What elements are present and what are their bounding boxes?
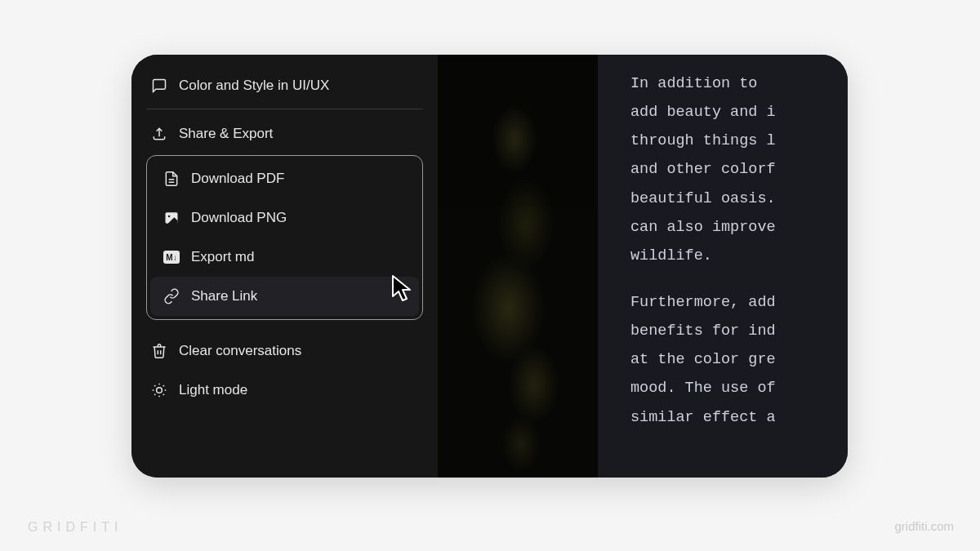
download-png-item[interactable]: Download PNG bbox=[150, 198, 419, 238]
svg-point-4 bbox=[168, 216, 171, 218]
share-export-label: Share & Export bbox=[179, 126, 273, 142]
svg-line-15 bbox=[163, 385, 164, 386]
brand-logo: GRIDFITI bbox=[28, 520, 122, 535]
markdown-icon: M↓ bbox=[163, 249, 180, 265]
svg-line-11 bbox=[163, 394, 164, 395]
file-icon bbox=[163, 171, 180, 187]
share-link-item[interactable]: Share Link bbox=[150, 277, 419, 316]
content-text: In addition to add beauty and i through … bbox=[630, 69, 848, 270]
share-export-header[interactable]: Share & Export bbox=[146, 109, 423, 155]
clear-conversations-label: Clear conversations bbox=[179, 343, 301, 359]
sun-icon bbox=[151, 382, 167, 398]
conversation-title: Color and Style in UI/UX bbox=[179, 78, 329, 94]
light-mode-item[interactable]: Light mode bbox=[146, 371, 423, 410]
export-md-item[interactable]: M↓ Export md bbox=[150, 238, 419, 277]
download-png-label: Download PNG bbox=[191, 210, 287, 226]
svg-line-10 bbox=[154, 385, 155, 386]
download-pdf-label: Download PDF bbox=[191, 171, 284, 187]
chat-icon bbox=[151, 78, 167, 94]
link-icon bbox=[163, 288, 180, 304]
clear-conversations-item[interactable]: Clear conversations bbox=[146, 331, 423, 371]
light-mode-label: Light mode bbox=[179, 382, 247, 398]
export-md-label: Export md bbox=[191, 249, 254, 265]
brand-url: gridfiti.com bbox=[894, 519, 954, 533]
app-window: Color and Style in UI/UX Share & Export bbox=[131, 55, 848, 478]
share-link-label: Share Link bbox=[191, 288, 257, 304]
download-pdf-item[interactable]: Download PDF bbox=[150, 159, 419, 198]
trash-icon bbox=[151, 343, 167, 359]
image-strip bbox=[438, 55, 598, 478]
export-menu: Download PDF Download PNG M↓ Export md bbox=[146, 155, 423, 320]
content-area: In addition to add beauty and i through … bbox=[598, 55, 848, 478]
image-icon bbox=[163, 210, 180, 226]
content-text: Furthermore, add benefits for ind at the… bbox=[630, 288, 848, 432]
conversation-item[interactable]: Color and Style in UI/UX bbox=[146, 71, 423, 109]
svg-line-14 bbox=[154, 394, 155, 395]
upload-icon bbox=[151, 126, 167, 142]
foliage-texture bbox=[438, 55, 598, 478]
svg-point-7 bbox=[157, 388, 163, 393]
sidebar: Color and Style in UI/UX Share & Export bbox=[131, 55, 438, 478]
